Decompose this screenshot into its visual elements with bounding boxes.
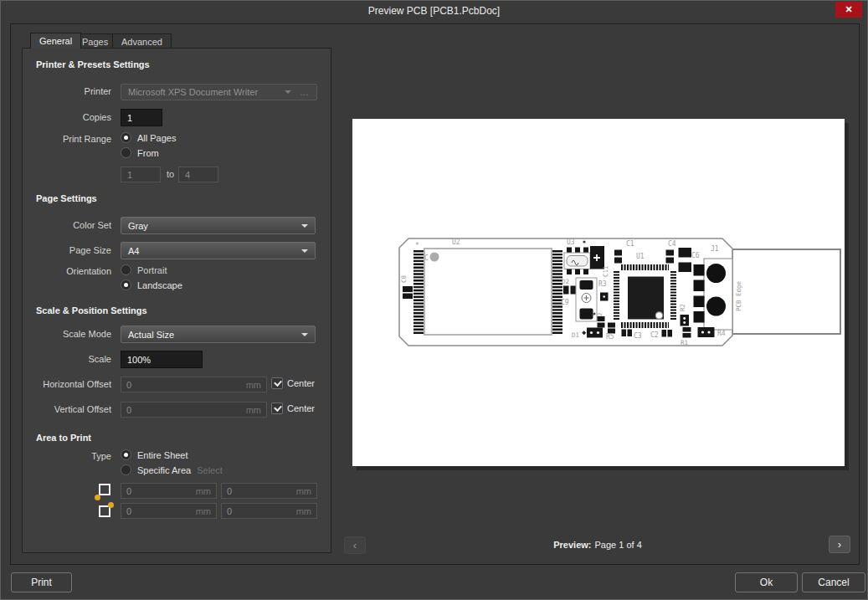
all-pages-label: All Pages (137, 133, 176, 143)
corner2-x-value: 0 (126, 506, 131, 516)
from-label: From (137, 148, 159, 158)
refdes-c6: C6 (691, 252, 700, 259)
select-link[interactable]: Select (197, 465, 223, 475)
color-set-dropdown[interactable]: Gray (121, 217, 316, 234)
radio-all-pages-icon (121, 132, 131, 143)
specific-area-label: Specific Area (137, 465, 191, 475)
vertical-center-checkbox[interactable]: Center (271, 403, 315, 414)
radio-entire-sheet[interactable]: Entire Sheet (121, 449, 188, 460)
radio-entire-sheet-icon (121, 449, 131, 460)
page-size-dropdown[interactable]: A4 (121, 242, 316, 259)
copies-input[interactable] (121, 109, 162, 126)
portrait-label: Portrait (137, 265, 167, 275)
area-corner2-x-field[interactable]: 0 mm (121, 503, 217, 519)
chevron-down-icon (301, 224, 308, 228)
tab-general[interactable]: General (30, 33, 81, 49)
scale-position-heading: Scale & Position Settings (36, 305, 147, 315)
chevron-down-icon (301, 249, 308, 253)
tab-pages-label: Pages (82, 37, 108, 47)
refdes-r2: R2 (679, 304, 686, 311)
area-corner1-y-field[interactable]: 0 mm (221, 483, 317, 499)
printer-value: Microsoft XPS Document Writer (128, 87, 258, 97)
preview-sheet: PCB Edge U2 * C C8 U3 (352, 119, 845, 466)
corner1-y-value: 0 (227, 486, 232, 496)
chevron-right-icon: › (838, 538, 841, 551)
refdes-u2: U2 (452, 238, 460, 246)
page-size-label: Page Size (28, 245, 111, 255)
checkbox-check-icon (271, 403, 283, 414)
horizontal-offset-value: 0 (126, 380, 131, 390)
vertical-center-label: Center (287, 403, 315, 413)
area-corner1-x-field[interactable]: 0 mm (121, 483, 217, 499)
preview-status-label: Preview: (553, 540, 591, 550)
refdes-u3: U3 (567, 238, 575, 246)
copies-label: Copies (28, 112, 111, 122)
radio-from-icon (121, 147, 131, 158)
corner1-x-unit: mm (196, 486, 211, 496)
print-button[interactable]: Print (11, 572, 72, 592)
pcb-edge-label: PCB Edge (735, 280, 742, 311)
color-set-label: Color Set (28, 220, 111, 230)
page-size-value: A4 (128, 246, 139, 256)
tab-advanced-label: Advanced (121, 37, 162, 47)
horizontal-offset-label: Horizontal Offset (28, 379, 111, 389)
to-page-input[interactable] (178, 167, 218, 182)
pcb-preview-svg: PCB Edge U2 * C C8 U3 (352, 119, 845, 466)
radio-landscape[interactable]: Landscape (121, 279, 182, 290)
radio-from[interactable]: From (121, 147, 159, 158)
to-label: to (167, 169, 174, 179)
titlebar: Preview PCB [PCB1.PcbDoc] ✕ (1, 1, 867, 23)
svg-text:*: * (415, 242, 419, 249)
area-corner2-icon (96, 502, 112, 518)
vertical-offset-field[interactable]: 0 mm (121, 402, 267, 418)
corner2-y-unit: mm (296, 506, 311, 516)
tab-advanced[interactable]: Advanced (112, 33, 172, 49)
refdes-c9: C9 (561, 299, 569, 306)
vertical-offset-unit: mm (246, 405, 261, 415)
radio-all-pages[interactable]: All Pages (121, 132, 176, 143)
preview-page-info: Page 1 of 4 (594, 540, 641, 550)
pcb-edge-outline (732, 249, 840, 334)
corner2-y-value: 0 (227, 506, 232, 516)
corner1-x-value: 0 (126, 486, 131, 496)
refdes-r1: R1 (681, 339, 688, 346)
horizontal-offset-field[interactable]: 0 mm (121, 377, 267, 392)
refdes-u1: U1 (636, 253, 645, 260)
next-page-button[interactable]: › (829, 536, 850, 553)
printer-presets-heading: Printer & Presets Settings (36, 59, 150, 69)
area-corner2-y-field[interactable]: 0 mm (221, 503, 317, 519)
scale-mode-dropdown[interactable]: Actual Size (121, 326, 316, 343)
refdes-c11: C11 (602, 265, 609, 277)
ok-button[interactable]: Ok (735, 572, 798, 592)
horizontal-center-label: Center (287, 378, 315, 388)
refdes-c2: C2 (650, 331, 659, 339)
refdes-c7: C (424, 254, 429, 262)
scale-mode-label: Scale Mode (28, 329, 111, 339)
cancel-button[interactable]: Cancel (802, 572, 865, 592)
refdes-c1: C1 (626, 240, 634, 248)
page-settings-heading: Page Settings (36, 193, 97, 203)
corner2-x-unit: mm (196, 506, 211, 516)
corner1-y-unit: mm (296, 486, 311, 496)
close-button[interactable]: ✕ (835, 2, 862, 18)
preview-status: Preview:Page 1 of 4 (336, 540, 860, 550)
vertical-offset-value: 0 (126, 405, 131, 415)
printer-more-icon[interactable]: … (300, 87, 310, 97)
refdes-r3: R3 (598, 280, 607, 288)
from-page-input[interactable] (121, 167, 161, 182)
checkbox-check-icon (271, 377, 283, 389)
settings-panel: Printer & Presets Settings Printer Micro… (22, 48, 331, 553)
radio-specific-area[interactable]: Specific Area Select (121, 464, 223, 475)
scale-input[interactable] (121, 351, 203, 368)
refdes-c3: C3 (634, 332, 642, 340)
refdes-d2: D2 (562, 278, 569, 285)
print-range-label: Print Range (28, 134, 111, 144)
printer-dropdown[interactable]: Microsoft XPS Document Writer … (121, 84, 317, 100)
scale-mode-value: Actual Size (128, 330, 174, 340)
radio-portrait[interactable]: Portrait (121, 264, 167, 275)
horizontal-center-checkbox[interactable]: Center (271, 377, 315, 389)
type-label: Type (28, 451, 111, 461)
color-set-value: Gray (128, 221, 148, 231)
refdes-c4: C4 (668, 240, 676, 248)
entire-sheet-label: Entire Sheet (137, 450, 188, 460)
